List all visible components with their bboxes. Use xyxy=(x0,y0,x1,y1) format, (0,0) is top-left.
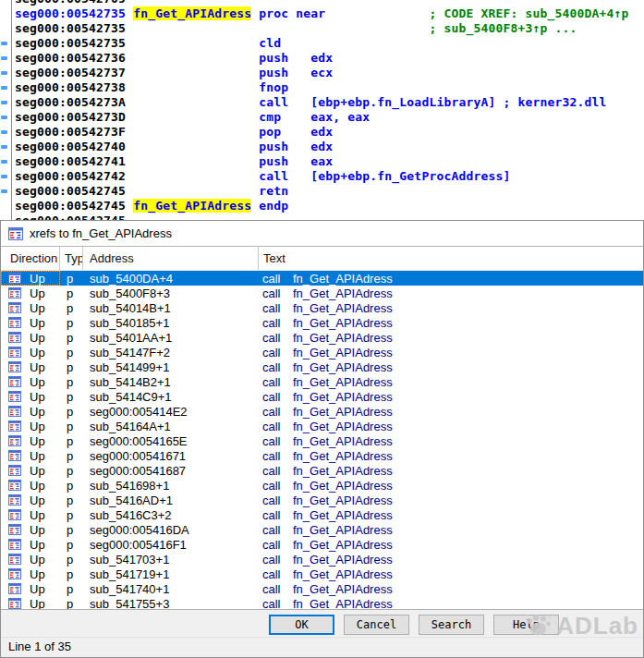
disassembly-line[interactable]: seg000:00542709 xyxy=(0,0,644,6)
xref-direction-cell: Up xyxy=(1,286,60,300)
xref-type-cell: p xyxy=(60,523,83,537)
xref-icon xyxy=(8,406,21,417)
xref-row[interactable]: Uppsub_540185+1callfn_Get_APIAdress xyxy=(1,315,643,330)
disassembly-line[interactable]: seg000:0054273A call [ebp+ebp.fn_LoadLib… xyxy=(0,95,644,110)
xref-address-cell: sub_541740+1 xyxy=(83,582,259,596)
xref-icon xyxy=(8,524,21,535)
xref-row[interactable]: Uppseg000:00541687callfn_Get_APIAdress xyxy=(1,463,643,478)
xref-direction-cell: Up xyxy=(1,581,60,596)
xref-row[interactable]: Uppsub_541740+1callfn_Get_APIAdress xyxy=(1,581,643,596)
xref-row[interactable]: Uppseg000:00541671callfn_Get_APIAdress xyxy=(1,448,643,463)
xref-direction-cell: Up xyxy=(1,567,60,581)
xref-address-cell: sub_541755+3 xyxy=(83,597,259,610)
xref-direction-cell: Up xyxy=(1,522,60,537)
instruction-mark-icon xyxy=(1,101,7,104)
xref-row[interactable]: Uppsub_5414B2+1callfn_Get_APIAdress xyxy=(1,374,643,389)
xref-direction-cell: Up xyxy=(1,359,60,374)
disassembly-line[interactable]: seg000:00542736 push edx xyxy=(0,51,644,66)
xref-icon xyxy=(8,583,21,594)
list-header: DirectionTypeAddressText xyxy=(1,247,643,271)
column-header-type[interactable]: Type xyxy=(60,247,83,270)
xref-row[interactable]: Uppsub_5401AA+1callfn_Get_APIAdress xyxy=(1,330,643,345)
xref-text-cell: callfn_Get_APIAdress xyxy=(259,538,643,552)
xref-text-cell: callfn_Get_APIAdress xyxy=(259,479,643,493)
disassembly-line[interactable]: seg000:00542742 call [ebp+ebp.fn_GetProc… xyxy=(0,169,644,184)
column-header-address[interactable]: Address xyxy=(83,247,259,270)
xref-type-cell: p xyxy=(60,449,83,463)
xref-text-cell: callfn_Get_APIAdress xyxy=(259,360,643,374)
xref-type-cell: p xyxy=(60,434,83,448)
xref-direction-cell: Up xyxy=(1,389,60,404)
xref-text-cell: callfn_Get_APIAdress xyxy=(259,582,643,596)
xref-direction-cell: Up xyxy=(1,419,60,433)
xref-icon xyxy=(8,539,21,550)
disassembly-line[interactable]: seg000:00542737 push ecx xyxy=(0,66,644,80)
xref-row[interactable]: Uppsub_541703+1callfn_Get_APIAdress xyxy=(1,552,643,567)
column-header-text[interactable]: Text xyxy=(259,247,643,270)
disassembly-line[interactable]: seg000:0054273D cmp eax, eax xyxy=(0,110,644,125)
xref-address-cell: sub_5414C9+1 xyxy=(83,390,259,404)
xref-text-cell: callfn_Get_APIAdress xyxy=(259,390,643,404)
xref-direction-cell: Up xyxy=(1,507,60,522)
xref-row[interactable]: Uppsub_54014B+1callfn_Get_APIAdress xyxy=(1,300,643,315)
disassembly-line[interactable]: seg000:00542735 cld xyxy=(0,36,644,51)
xref-type-cell: p xyxy=(60,390,83,404)
disassembly-line[interactable]: seg000:00542740 push edx xyxy=(0,140,644,154)
xref-type-cell: p xyxy=(60,494,83,507)
xref-row[interactable]: Uppsub_5416C3+2callfn_Get_APIAdress xyxy=(1,507,643,522)
xref-direction-cell: Up xyxy=(1,537,60,552)
xref-icon xyxy=(8,480,21,491)
xref-row[interactable]: Uppsub_54164A+1callfn_Get_APIAdress xyxy=(1,419,643,433)
xref-direction-cell: Up xyxy=(1,345,60,359)
xref-row[interactable]: Uppsub_5400F8+3callfn_Get_APIAdress xyxy=(1,286,643,300)
xrefs-dialog: xrefs to fn_Get_APIAdress DirectionTypeA… xyxy=(0,220,644,658)
xref-row[interactable]: Uppsub_5416AD+1callfn_Get_APIAdress xyxy=(1,493,643,507)
xref-icon xyxy=(8,568,21,579)
column-header-direction[interactable]: Direction xyxy=(1,247,60,270)
xref-text-cell: callfn_Get_APIAdress xyxy=(259,301,643,315)
xref-row[interactable]: Uppseg000:005414E2callfn_Get_APIAdress xyxy=(1,404,643,419)
ok-button[interactable]: OK xyxy=(269,615,334,635)
xref-text-cell: callfn_Get_APIAdress xyxy=(259,316,643,330)
xref-direction-cell: Up xyxy=(1,374,60,389)
xref-direction-cell: Up xyxy=(1,404,60,419)
xref-row[interactable]: Uppsub_541755+3callfn_Get_APIAdress xyxy=(1,596,643,609)
search-button[interactable]: Search xyxy=(419,615,484,635)
xref-icon xyxy=(8,598,21,609)
disassembly-line[interactable]: seg000:00542738 fnop xyxy=(0,80,644,95)
xref-type-cell: p xyxy=(60,420,83,433)
xref-row[interactable]: Uppsub_5400DA+4callfn_Get_APIAdress xyxy=(1,271,643,286)
xref-address-cell: sub_5416C3+2 xyxy=(83,508,259,522)
disassembly-line[interactable]: seg000:00542745 xyxy=(0,213,644,220)
xref-direction-cell: Up xyxy=(1,596,60,609)
xref-type-cell: p xyxy=(60,582,83,596)
xref-row[interactable]: Uppsub_54147F+2callfn_Get_APIAdress xyxy=(1,345,643,359)
xref-text-cell: callfn_Get_APIAdress xyxy=(259,494,643,507)
xref-type-cell: p xyxy=(60,360,83,374)
xref-address-cell: sub_54014B+1 xyxy=(83,301,259,315)
xref-direction-cell: Up xyxy=(1,448,60,463)
disassembly-line[interactable]: seg000:00542735 ; sub_5400F8+3↑p ... xyxy=(0,21,644,36)
xref-type-cell: p xyxy=(60,464,83,478)
xref-row[interactable]: Uppsub_541698+1callfn_Get_APIAdress xyxy=(1,478,643,493)
xref-address-cell: seg000:005416DA xyxy=(83,523,259,537)
disassembly-line[interactable]: seg000:00542745 fn_Get_APIAdress endp xyxy=(0,199,644,213)
xref-icon xyxy=(8,509,21,520)
xref-icon xyxy=(8,273,21,284)
disassembly-line[interactable]: seg000:00542741 push eax xyxy=(0,154,644,169)
disassembly-line[interactable]: seg000:0054273F pop edx xyxy=(0,125,644,140)
xref-row[interactable]: Uppseg000:0054165Ecallfn_Get_APIAdress xyxy=(1,433,643,448)
xref-row[interactable]: Uppsub_541719+1callfn_Get_APIAdress xyxy=(1,567,643,581)
disassembly-line[interactable]: seg000:00542745 retn xyxy=(0,184,644,199)
xref-row[interactable]: Uppseg000:005416F1callfn_Get_APIAdress xyxy=(1,537,643,552)
xref-row[interactable]: Uppsub_5414C9+1callfn_Get_APIAdress xyxy=(1,389,643,404)
cancel-button[interactable]: Cancel xyxy=(344,615,409,635)
xref-text-cell: callfn_Get_APIAdress xyxy=(259,567,643,581)
disassembly-line[interactable]: seg000:00542735 fn_Get_APIAdress proc ne… xyxy=(0,6,644,21)
disassembly-pane[interactable]: seg000:00542709seg000:00542735 fn_Get_AP… xyxy=(0,0,644,220)
xref-row[interactable]: Uppseg000:005416DAcallfn_Get_APIAdress xyxy=(1,522,643,537)
xref-direction-cell: Up xyxy=(1,330,60,345)
dialog-titlebar[interactable]: xrefs to fn_Get_APIAdress xyxy=(1,221,643,247)
xref-address-cell: seg000:00541671 xyxy=(83,449,259,463)
xref-row[interactable]: Uppsub_541499+1callfn_Get_APIAdress xyxy=(1,359,643,374)
